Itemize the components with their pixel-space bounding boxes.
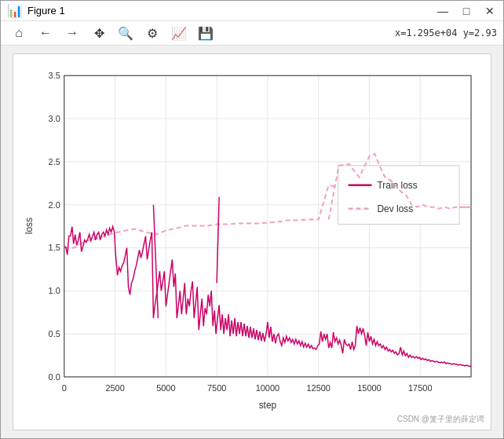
svg-text:1.0: 1.0 (49, 286, 60, 295)
svg-rect-38 (338, 166, 459, 225)
legend-dev-label: Dev loss (377, 203, 413, 214)
svg-text:12500: 12500 (306, 383, 330, 393)
svg-text:3.0: 3.0 (49, 114, 60, 123)
svg-text:5000: 5000 (156, 383, 175, 393)
forward-button[interactable]: → (60, 22, 84, 44)
window-title: Figure 1 (27, 5, 65, 16)
chart-svg: 0.0 0.5 1.0 1.5 2.0 2.5 3.0 3.5 0 2500 5… (21, 62, 483, 422)
window-controls: — □ ✕ (436, 4, 497, 18)
svg-text:1.5: 1.5 (49, 243, 60, 252)
maximize-button[interactable]: □ (459, 4, 473, 18)
zoom-button[interactable]: 🔍 (114, 22, 137, 44)
svg-text:2.0: 2.0 (49, 200, 60, 210)
svg-text:3.5: 3.5 (49, 71, 60, 80)
figure-container: 0.0 0.5 1.0 1.5 2.0 2.5 3.0 3.5 0 2500 5… (13, 53, 491, 430)
svg-text:15000: 15000 (357, 383, 381, 393)
svg-text:step: step (259, 400, 277, 411)
svg-text:2500: 2500 (105, 383, 124, 393)
svg-text:7500: 7500 (207, 383, 226, 393)
minimize-button[interactable]: — (436, 4, 450, 18)
configure-button[interactable]: ⚙ (141, 22, 164, 44)
save-button[interactable]: 💾 (194, 22, 217, 44)
legend-train-label: Train loss (377, 180, 417, 191)
trend-button[interactable]: 📈 (167, 22, 191, 44)
main-window: 📊 Figure 1 — □ ✕ ⌂ ← → ✥ 🔍 ⚙ 📈 💾 x=1.295… (0, 0, 504, 439)
toolbar-buttons: ⌂ ← → ✥ 🔍 ⚙ 📈 💾 (7, 22, 217, 44)
svg-text:2.5: 2.5 (49, 157, 60, 166)
svg-text:0: 0 (62, 383, 67, 393)
svg-text:loss: loss (24, 218, 35, 234)
toolbar: ⌂ ← → ✥ 🔍 ⚙ 📈 💾 x=1.295e+04 y=2.93 (1, 21, 503, 46)
svg-text:17500: 17500 (408, 383, 432, 393)
plot-area: 0.0 0.5 1.0 1.5 2.0 2.5 3.0 3.5 0 2500 5… (1, 46, 503, 438)
home-button[interactable]: ⌂ (7, 22, 31, 44)
pan-button[interactable]: ✥ (87, 22, 111, 44)
app-icon: 📊 (7, 3, 23, 18)
watermark: CSDN @笼子里的薛定谔 (397, 414, 484, 425)
svg-text:10000: 10000 (256, 383, 279, 393)
title-bar: 📊 Figure 1 — □ ✕ (1, 1, 503, 21)
coordinates-display: x=1.295e+04 y=2.93 (395, 27, 497, 38)
svg-text:0.5: 0.5 (49, 329, 60, 338)
close-button[interactable]: ✕ (483, 4, 497, 18)
title-left: 📊 Figure 1 (7, 3, 65, 18)
svg-text:0.0: 0.0 (49, 372, 60, 382)
back-button[interactable]: ← (34, 22, 57, 44)
